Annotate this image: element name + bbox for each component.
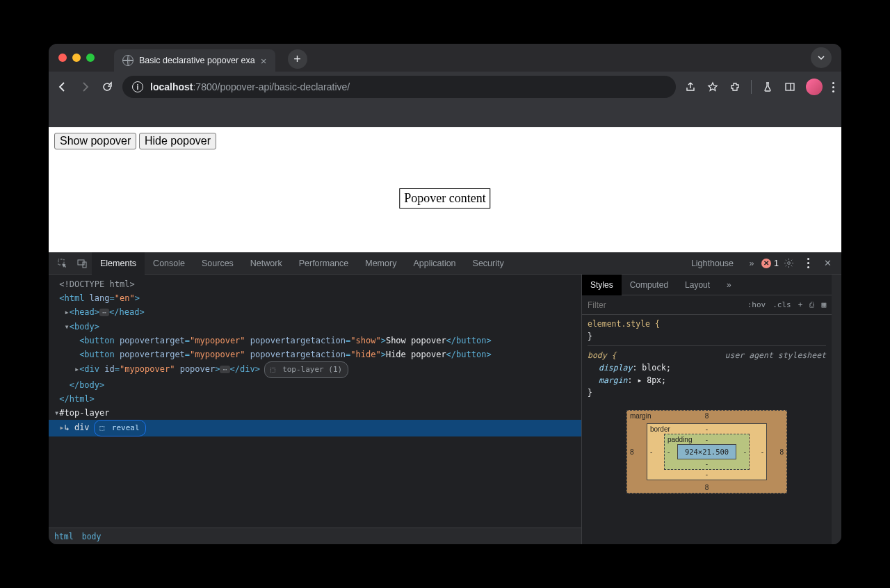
show-popover-button[interactable]: Show popover [54,133,136,149]
tab-computed[interactable]: Computed [622,275,677,295]
bookmark-icon[interactable] [706,81,719,93]
devtools-menu-icon[interactable] [798,252,818,275]
tab-styles[interactable]: Styles [582,275,622,295]
reveal-badge[interactable]: ⬚ reveal [94,420,146,436]
tab-memory[interactable]: Memory [357,252,405,275]
inspect-icon[interactable] [53,252,72,275]
popover-content: Popover content [399,188,490,209]
grid-icon[interactable]: ▦ [821,300,826,309]
tab-sources[interactable]: Sources [193,252,242,275]
tab-console[interactable]: Console [145,252,193,275]
new-rule-icon[interactable]: + [798,300,803,309]
browser-tab[interactable]: Basic declarative popover exa × [114,49,275,72]
window-controls [58,54,95,62]
globe-icon [122,55,134,66]
toolbar-actions [684,79,834,95]
minimize-icon[interactable] [72,54,81,62]
selected-dom-node[interactable]: ▸↳ div⬚ reveal [49,420,581,436]
hide-popover-button[interactable]: Hide popover [139,133,216,149]
devtools-body: <!DOCTYPE html> <html lang="en"> ▸<head>… [49,275,841,544]
panel-icon[interactable] [784,81,796,93]
breadcrumb-html[interactable]: html [54,532,74,541]
tab-lighthouse[interactable]: Lighthouse [683,252,742,275]
svg-point-5 [787,262,790,265]
tab-application[interactable]: Application [405,252,464,275]
tab-layout[interactable]: Layout [677,275,718,295]
more-tabs-icon[interactable]: » [742,252,761,275]
tab-network[interactable]: Network [242,252,291,275]
svg-rect-0 [786,83,794,90]
titlebar: Basic declarative popover exa × + [49,44,841,72]
new-tab-button[interactable]: + [288,49,307,69]
error-badge[interactable]: ✕1 [761,259,779,268]
settings-icon[interactable] [779,252,798,275]
browser-window: Basic declarative popover exa × + i loca… [49,44,841,544]
elements-tree[interactable]: <!DOCTYPE html> <html lang="en"> ▸<head>… [49,275,581,528]
toolbar-gap [49,102,841,127]
styles-panel: Styles Computed Layout » :hov .cls + ⎙ ▦… [581,275,832,544]
box-model[interactable]: margin 8 8 8 8 border - - - - padding [582,402,832,502]
close-devtools-icon[interactable]: ✕ [818,252,837,275]
share-icon[interactable] [684,81,697,93]
scrollbar[interactable] [832,275,841,544]
profile-avatar[interactable] [806,79,823,95]
more-styles-tabs-icon[interactable]: » [718,275,740,295]
maximize-icon[interactable] [86,54,95,62]
url-text: localhost:7800/popover-api/basic-declara… [150,81,350,92]
tab-elements[interactable]: Elements [92,252,145,275]
styles-tabs: Styles Computed Layout » [582,275,832,295]
devtools-tabs: Elements Console Sources Network Perform… [49,252,841,275]
breadcrumb-body[interactable]: body [82,532,102,541]
tab-performance[interactable]: Performance [291,252,357,275]
forward-button[interactable] [78,80,92,94]
tab-overflow-button[interactable] [811,47,832,68]
cls-button[interactable]: .cls [772,300,791,309]
site-info-icon[interactable]: i [132,81,143,92]
page-viewport: Show popover Hide popover Popover conten… [49,127,841,252]
back-button[interactable] [56,80,70,94]
extensions-icon[interactable] [729,81,741,93]
devtools-panel: Elements Console Sources Network Perform… [49,252,841,544]
tab-security[interactable]: Security [464,252,512,275]
labs-icon[interactable] [761,81,774,93]
styles-filter-input[interactable] [588,300,741,310]
top-layer-badge[interactable]: ⬚ top-layer (1) [264,361,348,378]
address-bar[interactable]: i localhost:7800/popover-api/basic-decla… [122,76,676,98]
tab-title: Basic declarative popover exa [139,56,255,65]
print-icon[interactable]: ⎙ [809,300,814,309]
reload-button[interactable] [100,80,114,94]
divider [751,80,752,94]
dom-breadcrumb: html body [49,528,581,544]
url-toolbar: i localhost:7800/popover-api/basic-decla… [49,72,841,102]
hov-button[interactable]: :hov [747,300,766,309]
close-icon[interactable] [58,54,67,62]
styles-filter-bar: :hov .cls + ⎙ ▦ [582,295,832,315]
styles-rules[interactable]: element.style { } body {user agent style… [582,315,832,402]
menu-button[interactable] [832,82,834,92]
close-tab-icon[interactable]: × [261,55,267,67]
device-toggle-icon[interactable] [72,252,92,275]
